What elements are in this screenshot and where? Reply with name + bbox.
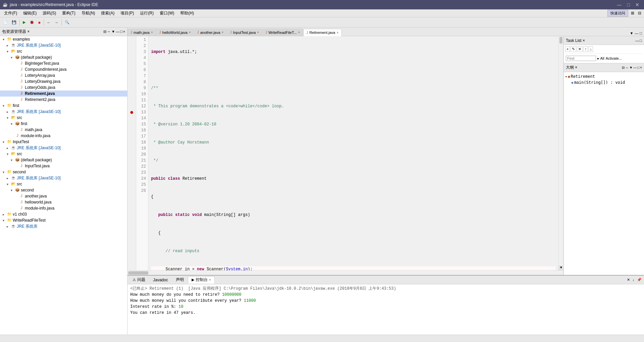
link-editor-icon[interactable]: ↔: [107, 30, 111, 34]
file-math-first[interactable]: J math.java: [0, 127, 127, 133]
file-moduleinfo-second[interactable]: J module-info.java: [0, 205, 127, 211]
menu-help[interactable]: 帮助(H): [178, 10, 197, 17]
code-editor-content[interactable]: import java.util.*; /** * This program d…: [148, 36, 558, 270]
minimize-button[interactable]: —: [615, 1, 624, 8]
jre-library-second[interactable]: ▸ ☕ JRE 系统库 [JavaSE-10]: [0, 175, 127, 181]
menu-run[interactable]: 运行(R): [137, 10, 156, 17]
task-all-button[interactable]: ▸ All: [597, 56, 604, 61]
editor-view-menu[interactable]: ▼: [629, 31, 634, 36]
menu-refactor[interactable]: 重构(T): [59, 10, 78, 17]
new-button[interactable]: 📄: [1, 19, 9, 25]
file-helloworld[interactable]: J helloworld.java: [0, 199, 127, 205]
task-action-4[interactable]: ↑: [583, 46, 588, 52]
tab-console[interactable]: ▶ 控制台 ×: [188, 276, 215, 284]
outline-action-2[interactable]: ↔: [625, 66, 629, 69]
project-inputtest[interactable]: ▾ 📁 InputTest: [0, 139, 127, 145]
run-button[interactable]: ▶: [21, 19, 27, 25]
search-button[interactable]: 🔍: [63, 19, 71, 25]
jre-library-examples[interactable]: ▸ ☕ JRE 系统库 [JavaSE-10]: [0, 42, 127, 48]
task-action-5[interactable]: ↓: [589, 46, 593, 52]
src-folder-inputtest[interactable]: ▾ 📂 src: [0, 151, 127, 157]
tab-close-icon[interactable]: ×: [337, 31, 339, 35]
file-retirement[interactable]: J Retirement.java: [0, 91, 127, 97]
task-find-input[interactable]: [566, 56, 596, 61]
tab-retirement[interactable]: J Retirement.java ×: [303, 29, 342, 36]
project-examples[interactable]: ▾ 📁 examples: [0, 36, 127, 42]
close-button[interactable]: ✕: [633, 1, 641, 8]
file-moduleinfo-first[interactable]: J module-info.java: [0, 133, 127, 139]
outline-action-1[interactable]: ⊟: [622, 66, 625, 69]
tab-console-close[interactable]: ×: [209, 278, 211, 282]
tab-declaration[interactable]: 声明: [172, 276, 188, 284]
outline-action-3[interactable]: ▼: [629, 66, 633, 69]
editor-scrollbar[interactable]: ▼: [558, 36, 563, 270]
tab-inputtest[interactable]: J InputTest.java ×: [227, 28, 262, 36]
default-pkg-examples[interactable]: ▾ 📦 (default package): [0, 54, 127, 60]
tab-close-icon[interactable]: ×: [151, 31, 153, 34]
outline-close[interactable]: ×: [640, 66, 642, 69]
file-compound[interactable]: J CompoundInterest.java: [0, 66, 127, 72]
outline-maximize[interactable]: □: [637, 66, 639, 69]
scroll-down-button[interactable]: ▼: [559, 266, 563, 270]
view-menu-icon[interactable]: ▼: [111, 30, 115, 34]
back-button[interactable]: ←: [45, 19, 52, 25]
stop-button[interactable]: ■: [37, 19, 42, 25]
tab-helloworld[interactable]: J helloWorld.java ×: [156, 28, 194, 36]
task-activate-button[interactable]: Activate...: [606, 56, 622, 60]
menu-edit[interactable]: 编辑(E): [20, 10, 39, 17]
tab-another[interactable]: J another.java ×: [194, 28, 227, 36]
outline-minimize[interactable]: —: [633, 66, 637, 69]
src-folder-second[interactable]: ▾ 📂 src: [0, 181, 127, 187]
minimize-panel-icon[interactable]: —: [116, 30, 119, 34]
tab-problems[interactable]: ⚠ 问题: [129, 276, 149, 284]
menu-window[interactable]: 窗口(W): [157, 10, 177, 17]
tab-close-icon[interactable]: ×: [189, 31, 191, 34]
project-second[interactable]: ▾ 📁 second: [0, 169, 127, 175]
quick-access-button[interactable]: 快速访问: [607, 10, 628, 17]
file-retirement2[interactable]: J Retirement2.java: [0, 97, 127, 103]
editor-hscrollbar[interactable]: [128, 270, 563, 275]
pkg-first[interactable]: ▾ 📦 first: [0, 121, 127, 127]
tab-close-icon[interactable]: ×: [221, 31, 224, 34]
save-button[interactable]: 💾: [10, 19, 18, 25]
outline-method-main[interactable]: ◆ main(String[]) : void: [565, 79, 643, 86]
default-pkg-inputtest[interactable]: ▾ 📦 (default package): [0, 157, 127, 163]
tab-close-icon[interactable]: ×: [257, 31, 259, 34]
project-writeread[interactable]: ▾ 📁 WriteReadFileTest: [0, 217, 127, 223]
outline-class-retirement[interactable]: ▾ ● Retirement: [565, 73, 643, 79]
file-biginteger[interactable]: J BigIntegerTest.java: [0, 60, 127, 66]
jre-library-inputtest[interactable]: ▸ ☕ JRE 系统库 [JavaSE-10]: [0, 145, 127, 151]
file-another[interactable]: J another.java: [0, 193, 127, 199]
file-lotteryarray[interactable]: J LotteryArray.java: [0, 72, 127, 78]
src-folder-first[interactable]: ▾ 📂 src: [0, 115, 127, 121]
pkg-second[interactable]: ▾ 📦 second: [0, 187, 127, 193]
editor-maximize[interactable]: □: [639, 31, 643, 36]
file-inputtest[interactable]: J InputTest.java: [0, 163, 127, 169]
src-folder-examples[interactable]: ▾ 📂 src: [0, 48, 127, 54]
task-maximize[interactable]: □: [640, 39, 642, 43]
console-clear-icon[interactable]: ✕: [626, 278, 631, 282]
menu-navigate[interactable]: 导航(N): [79, 10, 98, 17]
collapse-all-icon[interactable]: ⊟: [103, 30, 106, 34]
console-pin-icon[interactable]: 📌: [636, 278, 643, 282]
task-minimize[interactable]: —: [635, 39, 639, 43]
tab-math[interactable]: J math.java ×: [128, 28, 156, 36]
maximize-panel-icon[interactable]: □: [120, 30, 122, 34]
close-panel-icon[interactable]: ×: [123, 30, 125, 34]
maximize-button[interactable]: □: [625, 1, 632, 8]
menu-project[interactable]: 项目(P): [118, 10, 137, 17]
debug-button[interactable]: 🐞: [28, 19, 36, 25]
forward-button[interactable]: →: [53, 19, 60, 25]
jre-library-first[interactable]: ▸ ☕ JRE 系统库 [JavaSE-10]: [0, 109, 127, 115]
task-action-2[interactable]: ✎: [571, 46, 576, 52]
editor-minimize[interactable]: —: [634, 31, 639, 36]
console-scroll-icon[interactable]: ↓: [632, 278, 636, 282]
project-first[interactable]: ▾ 📁 first: [0, 103, 127, 109]
project-v1ch03[interactable]: ▸ 📁 v1 ch03: [0, 211, 127, 217]
file-lotteryodds[interactable]: J LotteryOdds.java: [0, 84, 127, 91]
tab-writeread[interactable]: J WriteReadFileT... ×: [262, 28, 303, 36]
task-action-1[interactable]: +: [565, 46, 570, 52]
code-editor[interactable]: ● 12345678910111213141516171819202122232…: [128, 36, 563, 270]
jre-library-writeread[interactable]: ▸ ☕ JRE 系统库: [0, 223, 127, 229]
menu-search[interactable]: 搜索(A): [98, 10, 117, 17]
